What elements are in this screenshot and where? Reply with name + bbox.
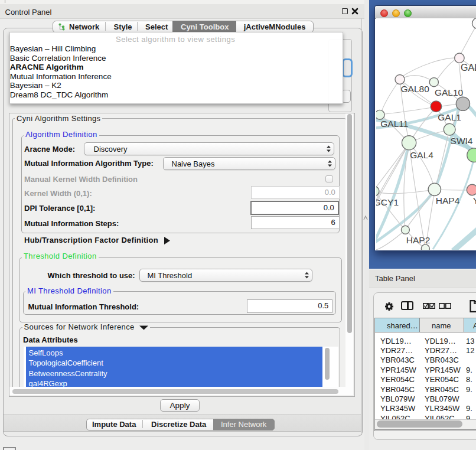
svg-text:GAL1: GAL1 — [438, 112, 461, 122]
svg-text:HAP4: HAP4 — [436, 195, 460, 206]
svg-text:GAL: GAL — [461, 63, 476, 73]
svg-text:GAL80: GAL80 — [401, 84, 430, 94]
svg-text:Y: Y — [473, 195, 476, 206]
svg-text:GAL11: GAL11 — [380, 119, 408, 129]
svg-text:GCY1: GCY1 — [376, 197, 399, 207]
svg-text:SWI4: SWI4 — [451, 136, 473, 146]
svg-text:GAL4: GAL4 — [410, 150, 433, 160]
svg-text:HAP2: HAP2 — [406, 235, 431, 245]
svg-text:GAL10: GAL10 — [435, 87, 464, 97]
